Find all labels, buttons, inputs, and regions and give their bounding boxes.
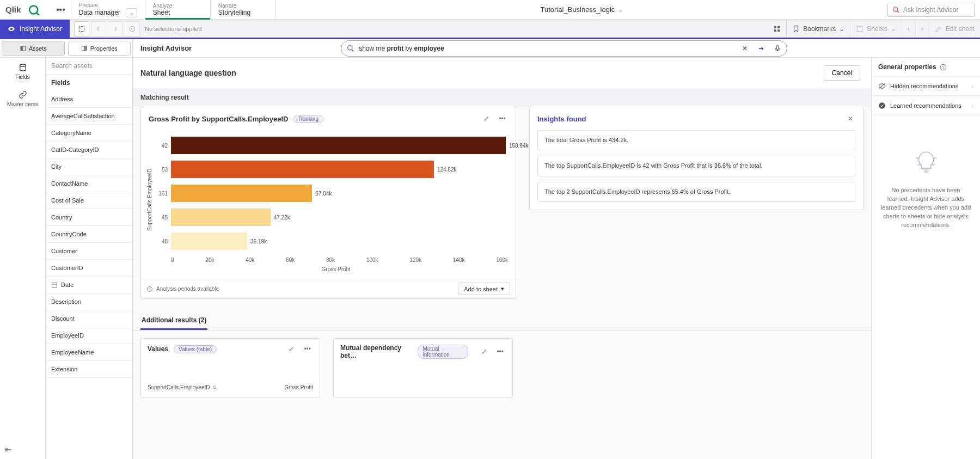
additional-results-tab[interactable]: Additional results (2)	[140, 312, 207, 330]
chevron-down-icon: ⌄	[839, 25, 844, 33]
mic-icon	[774, 45, 781, 52]
field-item[interactable]: City	[46, 158, 132, 175]
no-precedents-text: No precedents have been learned. Insight…	[880, 186, 971, 230]
chevron-down-icon: ⌄	[891, 25, 896, 33]
svg-rect-16	[85, 46, 87, 51]
bar-category: 53	[155, 167, 171, 173]
grid-icon	[773, 25, 781, 33]
close-insights-button[interactable]: ✕	[846, 114, 855, 124]
bar[interactable]: 124.82k	[171, 161, 434, 178]
bar-category: 45	[155, 215, 171, 221]
chart-type-badge: Ranking	[293, 115, 323, 123]
field-item[interactable]: EmployeeID	[46, 327, 132, 344]
mutual-card-badge: Mutual information	[418, 345, 468, 359]
app-title[interactable]: Tutorial_Business_logic	[541, 5, 615, 14]
search-icon	[212, 385, 218, 390]
field-item[interactable]: Country	[46, 209, 132, 226]
insight-advisor-button[interactable]: Insight Advisor	[0, 20, 70, 38]
x-tick: 20k	[205, 257, 214, 263]
values-more-button[interactable]: •••	[302, 344, 313, 354]
field-item[interactable]: Customer	[46, 243, 132, 260]
analysis-periods-label: Analysis periods available	[146, 286, 219, 292]
eye-off-icon	[878, 82, 886, 90]
properties-toggle[interactable]: Properties	[68, 41, 131, 56]
chevron-down-icon[interactable]: ⌄	[126, 8, 137, 17]
bar-value-label: 158.94k	[509, 143, 529, 149]
tab-data-manager[interactable]: PrepareData manager⌄	[71, 0, 145, 19]
expand-mutual-button[interactable]: ⤢	[479, 347, 489, 357]
bar-category: 42	[155, 143, 171, 149]
cancel-button[interactable]: Cancel	[824, 65, 860, 81]
bar[interactable]: 47.22k	[171, 209, 271, 226]
values-col1: SupportCalls.EmployeeID	[148, 384, 218, 390]
field-item[interactable]: Date	[46, 277, 132, 293]
master-items-nav[interactable]: Master items	[0, 85, 45, 112]
qlik-logo[interactable]: Qlik	[0, 0, 51, 19]
field-item[interactable]: Discount	[46, 310, 132, 327]
bookmarks-button[interactable]: Bookmarks ⌄	[786, 20, 850, 38]
field-item[interactable]: CatID-CategoryID	[46, 142, 132, 158]
lasso-selection-button[interactable]	[74, 21, 89, 36]
help-icon[interactable]: ?	[940, 64, 947, 71]
check-circle-icon	[878, 102, 886, 109]
bar[interactable]: 158.94k	[171, 137, 506, 154]
submit-search-button[interactable]: ➜	[755, 42, 767, 54]
insight-advisor-title: Insight Advisor	[140, 44, 192, 52]
bar-track: 47.22k	[171, 209, 508, 226]
hidden-recommendations-row[interactable]: Hidden recommendations ›	[872, 76, 980, 96]
svg-rect-12	[857, 26, 862, 31]
field-item[interactable]: CountryCode	[46, 226, 132, 243]
no-selections-label: No selections applied	[145, 26, 202, 32]
eye-icon	[8, 25, 15, 33]
mutual-more-button[interactable]: •••	[494, 347, 506, 357]
app-more-icon[interactable]: •••	[51, 5, 71, 15]
ask-insight-input[interactable]: Ask Insight Advisor	[887, 3, 975, 17]
svg-line-34	[917, 164, 920, 166]
svg-line-4	[897, 10, 899, 13]
mutual-card-title: Mutual dependency bet…	[340, 344, 412, 359]
chart-more-button[interactable]: •••	[497, 114, 508, 124]
mic-button[interactable]	[771, 42, 783, 54]
step-forward-button	[108, 21, 123, 36]
bar-track: 36.19k	[171, 232, 508, 250]
field-item[interactable]: Description	[46, 293, 132, 310]
assets-toggle[interactable]: Assets	[2, 41, 65, 56]
grid-view-button[interactable]	[768, 20, 786, 38]
insight-item: The top 2 SupportCalls.EmployeeID repres…	[537, 182, 855, 202]
field-item[interactable]: AverageCallSatisfaction	[46, 108, 132, 125]
x-tick: 80k	[326, 257, 335, 263]
fields-nav[interactable]: Fields	[0, 58, 45, 85]
field-item[interactable]: ContactName	[46, 175, 132, 192]
svg-line-35	[932, 164, 934, 166]
bar-category: 48	[155, 238, 171, 244]
bar[interactable]: 67.04k	[171, 185, 312, 202]
insight-search-box[interactable]: show me profit by employee ✕ ➜	[341, 40, 787, 57]
svg-line-33	[934, 158, 936, 159]
x-tick: 140k	[453, 257, 465, 263]
expand-values-button[interactable]: ⤢	[286, 344, 296, 354]
add-to-sheet-button[interactable]: Add to sheet ▾	[458, 283, 510, 295]
learned-recommendations-row[interactable]: Learned recommendations ›	[872, 96, 980, 115]
bar-value-label: 47.22k	[274, 215, 290, 221]
expand-chart-button[interactable]: ⤢	[481, 114, 491, 124]
field-item[interactable]: Extension	[46, 361, 132, 378]
x-tick: 40k	[246, 257, 254, 263]
field-item[interactable]: Address	[46, 91, 132, 108]
chart-y-label: SupportCalls.EmployeeID	[144, 133, 155, 266]
tab-sheet[interactable]: AnalyzeSheet	[145, 0, 211, 19]
field-item[interactable]: CustomerID	[46, 260, 132, 277]
app-title-chevron-icon[interactable]: ⌄	[618, 6, 623, 13]
panel-icon	[20, 45, 26, 52]
tab-storytelling[interactable]: NarrateStorytelling	[211, 0, 276, 19]
insight-item: The top SupportCalls.EmployeeID is 42 wi…	[537, 156, 855, 176]
field-item[interactable]: EmployeeName	[46, 344, 132, 361]
matching-result-label: Matching result	[133, 88, 871, 107]
field-item[interactable]: Cost of Sale	[46, 192, 132, 209]
collapse-rail-button[interactable]: ⇤	[0, 440, 45, 459]
chart-title: Gross Profit by SupportCalls.EmployeeID	[149, 115, 288, 123]
step-back-button	[91, 21, 106, 36]
bar[interactable]: 36.19k	[171, 232, 247, 250]
field-item[interactable]: CategoryName	[46, 125, 132, 142]
search-assets-input[interactable]: Search assets	[46, 58, 132, 75]
clear-search-button[interactable]: ✕	[739, 42, 751, 54]
